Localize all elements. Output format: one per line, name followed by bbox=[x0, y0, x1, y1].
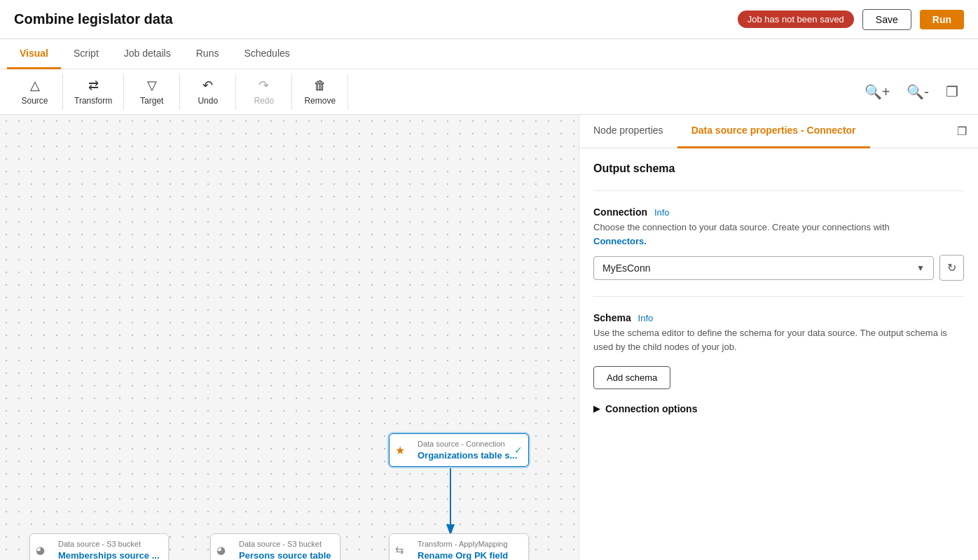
output-schema-title: Output schema bbox=[593, 162, 964, 175]
node-org-source-type: Data source - Connection bbox=[418, 440, 520, 448]
undo-label: Undo bbox=[198, 96, 218, 106]
panel-tab-datasource-properties[interactable]: Data source properties - Connector bbox=[677, 115, 870, 148]
node-rename-org-title: Rename Org PK field bbox=[418, 550, 520, 560]
page-title: Combine legislator data bbox=[14, 11, 173, 27]
expand-panel-button[interactable]: ❐ bbox=[946, 115, 978, 148]
apply-mapping-icon-1: ⇆ bbox=[395, 544, 404, 556]
schema-label: Schema Info bbox=[593, 312, 964, 323]
source-button[interactable]: △ Source bbox=[7, 74, 63, 110]
redo-icon: ↷ bbox=[259, 78, 269, 93]
panel-body: Output schema Connection Info Choose the… bbox=[579, 148, 978, 428]
tab-schedules[interactable]: Schedules bbox=[231, 39, 302, 69]
toolbar: △ Source ⇄ Transform ▽ Target ↶ Undo ↷ R… bbox=[0, 69, 978, 115]
transform-label: Transform bbox=[74, 96, 112, 106]
connection-select[interactable]: MyEsConn ▼ bbox=[593, 256, 934, 280]
canvas[interactable]: ★ Data source - Connection Organizations… bbox=[0, 115, 579, 560]
tab-job-details[interactable]: Job details bbox=[111, 39, 184, 69]
node-memberships[interactable]: ◕ Data source - S3 bucket Memberships so… bbox=[29, 533, 169, 560]
connection-info-link[interactable]: Info bbox=[654, 207, 670, 218]
bucket-icon-memberships: ◕ bbox=[36, 544, 45, 556]
node-memberships-title: Memberships source ... bbox=[58, 550, 160, 560]
node-memberships-content: Data source - S3 bucket Memberships sour… bbox=[39, 540, 160, 560]
run-button[interactable]: Run bbox=[920, 10, 964, 29]
connection-desc-text: Choose the connection to your data sourc… bbox=[593, 222, 890, 232]
schema-info-link[interactable]: Info bbox=[638, 313, 654, 323]
node-rename-org-content: Transform - ApplyMapping Rename Org PK f… bbox=[398, 540, 520, 560]
target-button[interactable]: ▽ Target bbox=[124, 74, 180, 110]
remove-icon: 🗑 bbox=[314, 78, 326, 93]
connection-desc: Choose the connection to your data sourc… bbox=[593, 220, 964, 248]
node-memberships-type: Data source - S3 bucket bbox=[58, 540, 160, 548]
node-rename-org-type: Transform - ApplyMapping bbox=[418, 540, 520, 548]
undo-button[interactable]: ↶ Undo bbox=[180, 74, 236, 110]
schema-label-text: Schema bbox=[593, 312, 631, 323]
target-label: Target bbox=[140, 96, 163, 106]
tab-script[interactable]: Script bbox=[61, 39, 111, 69]
connection-value: MyEsConn bbox=[602, 262, 650, 274]
star-icon: ★ bbox=[395, 444, 405, 457]
main-content: ★ Data source - Connection Organizations… bbox=[0, 115, 978, 560]
add-schema-button[interactable]: Add schema bbox=[593, 366, 670, 389]
source-icon: △ bbox=[30, 78, 40, 93]
header-actions: Job has not been saved Save Run bbox=[738, 9, 964, 30]
node-org-source[interactable]: ★ Data source - Connection Organizations… bbox=[389, 433, 529, 467]
zoom-in-button[interactable]: 🔍+ bbox=[859, 80, 896, 103]
panel-tab-node-properties[interactable]: Node properties bbox=[579, 115, 677, 148]
target-icon: ▽ bbox=[147, 78, 157, 93]
zoom-controls: 🔍+ 🔍- ❐ bbox=[852, 80, 971, 103]
remove-button[interactable]: 🗑 Remove bbox=[292, 74, 348, 110]
chevron-down-icon: ▼ bbox=[916, 263, 925, 273]
node-persons[interactable]: ◕ Data source - S3 bucket Persons source… bbox=[210, 533, 340, 560]
panel-tabs: Node properties Data source properties -… bbox=[579, 115, 978, 148]
transform-button[interactable]: ⇄ Transform bbox=[63, 74, 124, 110]
connectors-link[interactable]: Connectors. bbox=[593, 236, 647, 246]
tab-runs[interactable]: Runs bbox=[184, 39, 232, 69]
tab-visual[interactable]: Visual bbox=[7, 39, 61, 69]
connection-label-text: Connection bbox=[593, 206, 647, 218]
main-tabs: Visual Script Job details Runs Schedules bbox=[0, 39, 978, 69]
header: Combine legislator data Job has not been… bbox=[0, 0, 978, 39]
schema-section: Schema Info Use the schema editor to def… bbox=[593, 312, 964, 389]
save-button[interactable]: Save bbox=[862, 9, 911, 30]
zoom-out-button[interactable]: 🔍- bbox=[901, 80, 935, 103]
connection-options-label: Connection options bbox=[605, 403, 697, 414]
bucket-icon-persons: ◕ bbox=[216, 544, 226, 556]
node-persons-type: Data source - S3 bucket bbox=[239, 540, 331, 548]
node-persons-title: Persons source table bbox=[239, 550, 331, 560]
redo-button[interactable]: ↷ Redo bbox=[236, 74, 292, 110]
node-org-source-title: Organizations table s... bbox=[418, 450, 520, 461]
transform-icon: ⇄ bbox=[88, 78, 99, 93]
source-label: Source bbox=[21, 96, 48, 106]
divider-2 bbox=[593, 296, 964, 297]
connection-options-toggle[interactable]: ▶ Connection options bbox=[593, 403, 964, 414]
fit-screen-button[interactable]: ❐ bbox=[940, 80, 964, 103]
node-persons-content: Data source - S3 bucket Persons source t… bbox=[219, 540, 331, 560]
remove-label: Remove bbox=[304, 96, 336, 106]
status-badge: Job has not been saved bbox=[738, 10, 854, 28]
node-org-source-content: Data source - Connection Organizations t… bbox=[398, 440, 520, 461]
refresh-connection-button[interactable]: ↻ bbox=[939, 255, 964, 281]
connection-label: Connection Info bbox=[593, 206, 964, 218]
node-rename-org[interactable]: ⇆ Transform - ApplyMapping Rename Org PK… bbox=[389, 533, 529, 560]
check-icon: ✓ bbox=[514, 444, 523, 456]
undo-icon: ↶ bbox=[202, 78, 213, 93]
redo-label: Redo bbox=[254, 96, 274, 106]
schema-desc: Use the schema editor to define the sche… bbox=[593, 326, 964, 354]
connection-select-row: MyEsConn ▼ ↻ bbox=[593, 255, 964, 281]
chevron-right-icon: ▶ bbox=[593, 404, 600, 414]
right-panel: Node properties Data source properties -… bbox=[579, 115, 978, 560]
divider-1 bbox=[593, 190, 964, 191]
canvas-svg bbox=[0, 115, 579, 560]
